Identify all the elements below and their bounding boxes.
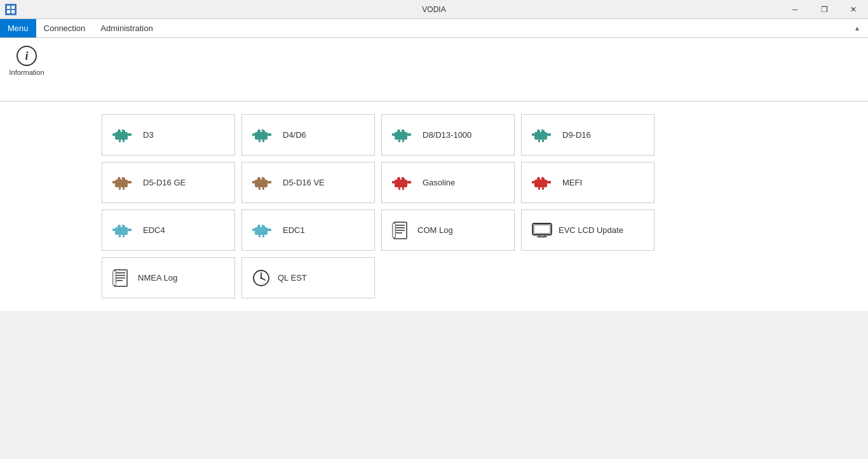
log-icon <box>112 269 130 287</box>
svg-rect-71 <box>532 181 534 183</box>
menu-item-connection[interactable]: Connection <box>36 19 93 37</box>
svg-rect-72 <box>538 187 540 190</box>
close-button[interactable]: ✕ <box>839 0 868 19</box>
tile-d9-d16[interactable]: D9-D16 <box>521 114 654 156</box>
main-content: D3 D4/D6 <box>0 102 868 311</box>
svg-rect-89 <box>252 229 255 231</box>
tile-label: D8/D13-1000 <box>423 130 471 140</box>
engine-icon <box>112 126 135 144</box>
tile-edc1[interactable]: EDC1 <box>241 210 375 251</box>
tile-label: D5-D16 VE <box>283 178 325 187</box>
tile-com-log[interactable]: COM Log <box>381 210 515 251</box>
tile-d5-d16-ge[interactable]: D5-D16 GE <box>102 162 235 203</box>
tile-edc4[interactable]: EDC4 <box>102 210 235 251</box>
tile-label: D9-D16 <box>562 130 591 140</box>
tile-d4/d6[interactable]: D4/D6 <box>241 114 375 156</box>
svg-rect-1 <box>11 6 15 9</box>
svg-rect-76 <box>115 227 128 235</box>
svg-rect-21 <box>262 130 264 131</box>
svg-rect-80 <box>112 229 115 231</box>
window-title: VODIA <box>422 5 445 14</box>
restore-button[interactable]: ❐ <box>810 0 839 19</box>
toolbar-area: i Information <box>0 38 868 102</box>
svg-rect-58 <box>395 180 407 187</box>
tile-label: MEFI <box>562 178 582 187</box>
tile-label: NMEA Log <box>138 273 177 283</box>
svg-rect-112 <box>116 277 125 279</box>
svg-rect-35 <box>532 133 534 136</box>
tile-mefi[interactable]: MEFI <box>521 162 654 203</box>
engine-icon <box>252 222 275 239</box>
tile-nmea-log[interactable]: NMEA Log <box>102 257 235 298</box>
tile-label: Gasoline <box>423 178 455 187</box>
log-icon <box>392 222 410 239</box>
svg-rect-22 <box>395 132 407 140</box>
svg-rect-29 <box>398 130 400 131</box>
tile-label: QL EST <box>278 273 307 283</box>
svg-rect-113 <box>116 280 123 281</box>
svg-rect-95 <box>396 225 405 226</box>
engine-icon <box>392 174 415 192</box>
tile-ql-est[interactable]: QL EST <box>241 257 375 298</box>
svg-rect-39 <box>541 130 543 131</box>
svg-rect-19 <box>262 140 264 142</box>
tile-d3[interactable]: D3 <box>102 114 235 156</box>
svg-rect-43 <box>128 181 132 183</box>
svg-rect-74 <box>538 177 539 178</box>
clock-icon <box>252 269 270 287</box>
svg-rect-17 <box>252 133 255 136</box>
menubar-chevron[interactable]: ▲ <box>846 19 868 37</box>
svg-rect-105 <box>532 223 552 235</box>
svg-rect-46 <box>123 187 125 190</box>
svg-rect-49 <box>255 180 268 187</box>
svg-rect-48 <box>122 177 124 178</box>
grid-row-3: NMEA Log QL EST <box>102 257 766 298</box>
svg-rect-34 <box>547 133 551 136</box>
svg-rect-84 <box>122 225 124 226</box>
svg-rect-92 <box>258 225 260 226</box>
tile-gasoline[interactable]: Gasoline <box>381 162 515 203</box>
svg-rect-83 <box>118 225 120 226</box>
svg-rect-52 <box>268 181 271 183</box>
svg-rect-8 <box>112 133 115 136</box>
svg-rect-79 <box>128 229 132 231</box>
menubar: Menu Connection Administration ▲ <box>0 19 868 38</box>
svg-rect-70 <box>547 181 551 183</box>
svg-rect-73 <box>542 187 544 190</box>
engine-icon <box>532 174 555 192</box>
svg-rect-97 <box>396 230 405 231</box>
minimize-button[interactable]: ─ <box>780 0 810 19</box>
svg-rect-91 <box>262 235 264 237</box>
svg-rect-13 <box>255 132 268 140</box>
svg-rect-81 <box>119 235 121 237</box>
tile-d8/d13-1000[interactable]: D8/D13-1000 <box>381 114 515 156</box>
svg-rect-53 <box>252 181 255 183</box>
svg-rect-65 <box>398 177 400 178</box>
svg-rect-27 <box>398 140 400 142</box>
svg-rect-98 <box>396 232 402 234</box>
tile-label: COM Log <box>417 225 453 235</box>
svg-point-123 <box>261 277 262 279</box>
svg-rect-55 <box>262 187 264 190</box>
tile-d5-d16-ve[interactable]: D5-D16 VE <box>241 162 375 203</box>
svg-rect-66 <box>402 177 403 178</box>
svg-rect-40 <box>115 180 128 187</box>
information-button[interactable]: i Information <box>8 43 46 79</box>
svg-rect-111 <box>116 275 125 276</box>
svg-rect-62 <box>392 181 395 183</box>
svg-rect-4 <box>115 132 128 140</box>
tile-label: D5-D16 GE <box>143 178 186 187</box>
svg-rect-26 <box>392 133 395 136</box>
svg-rect-28 <box>402 140 404 142</box>
svg-rect-56 <box>258 177 260 178</box>
menu-item-menu[interactable]: Menu <box>0 19 36 37</box>
svg-rect-38 <box>538 130 539 131</box>
engine-icon <box>532 126 555 144</box>
svg-rect-2 <box>7 10 10 13</box>
menu-item-administration[interactable]: Administration <box>93 19 160 37</box>
svg-rect-47 <box>118 177 120 178</box>
titlebar: VODIA ─ ❐ ✕ <box>0 0 868 19</box>
svg-rect-106 <box>534 225 550 234</box>
tile-evc-lcd-update[interactable]: EVC LCD Update <box>521 210 654 251</box>
engine-icon <box>112 222 135 239</box>
